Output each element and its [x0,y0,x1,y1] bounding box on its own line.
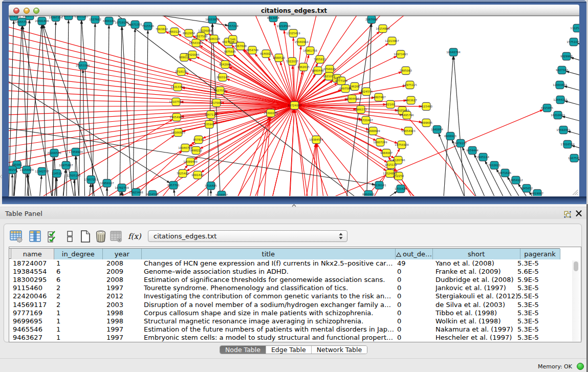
table-cell[interactable]: 5.6E-5 [517,268,539,276]
table-cell[interactable]: 5.9E-5 [517,276,539,284]
column-header-out_de[interactable]: out_de… [396,249,433,259]
table-cell[interactable]: Franke et al. (2009) [435,268,501,276]
tab-edge-table[interactable]: Edge Table [266,346,312,354]
table-cell[interactable]: Embryonic stem cells: a model to study s… [144,334,395,342]
table-cell[interactable]: 18300295 [13,276,47,284]
show-columns-icon[interactable] [29,230,42,243]
splitter-collapse-icon[interactable] [292,204,296,207]
table-cell[interactable]: Disruption of a novel member of a sodium… [144,301,395,309]
table-cell[interactable]: 1997 [106,334,123,342]
table-cell[interactable]: 5.3E-5 [517,317,539,325]
table-cell[interactable]: 5.3E-5 [517,259,539,268]
table-cell[interactable]: 2 [56,301,60,309]
table-cell[interactable]: 1997 [106,284,123,292]
table-cell[interactable]: 0 [397,284,401,292]
table-cell[interactable]: Dudbridge et al. (2008) [435,276,514,284]
table-cell[interactable]: 9777169 [13,309,42,317]
table-cell[interactable]: 2 [56,284,60,292]
resize-grip[interactable] [571,188,578,195]
citation-network-graph[interactable]: 2055475119055712182957702069140618397356… [9,16,579,196]
new-column-icon[interactable] [79,230,92,243]
table-cell[interactable]: Investigating the contribution of common… [144,292,395,300]
scrollbar-thumb[interactable] [574,261,578,271]
column-header-in_degree[interactable]: in_degree [54,249,103,259]
table-cell[interactable]: Wolkin et al. (1998) [435,317,500,325]
table-source-dropdown[interactable]: citations_edges.txt [148,230,347,242]
table-cell[interactable]: Hescheler et al. (1997) [435,334,512,342]
table-cell[interactable]: 5.5E-5 [517,292,539,300]
table-cell[interactable]: 1 [56,309,60,317]
table-cell[interactable]: 0 [397,292,401,300]
column-header-short[interactable]: short [433,249,520,259]
tab-node-table[interactable]: Node Table [220,346,266,354]
table-cell[interactable]: Jankovic et al. (1997) [435,284,506,292]
table-cell[interactable]: Estimation of significance thresholds fo… [144,276,385,284]
table-cell[interactable]: 1 [56,317,60,325]
float-panel-icon[interactable] [564,211,571,218]
delete-column-icon[interactable] [94,230,107,243]
table-cell[interactable]: 1998 [106,317,123,325]
table-cell[interactable]: 1 [56,325,60,334]
table-cell[interactable]: 5.3E-5 [517,334,539,342]
column-header-name[interactable]: name [11,249,54,259]
column-header-title[interactable]: title [142,249,396,259]
tab-network-table[interactable]: Network Table [312,346,367,354]
table-cell[interactable]: 1 [56,334,60,342]
table-cell[interactable]: Yano et al. (2008) [435,259,494,268]
table-cell[interactable]: 1998 [106,309,123,317]
network-canvas[interactable]: 2055475119055712182957702069140618397356… [9,16,579,196]
table-cell[interactable]: 19384554 [13,268,47,276]
memory-status-indicator[interactable] [577,363,584,370]
table-cell[interactable]: 2008 [106,276,123,284]
sidebar-collapse-icon[interactable] [0,174,3,179]
table-cell[interactable]: 9115460 [13,284,42,292]
table-cell[interactable]: de Silva et al. (2003) [435,301,505,309]
table-cell[interactable]: 0 [397,309,401,317]
close-panel-icon[interactable] [576,210,582,216]
table-cell[interactable]: 5.3E-5 [517,284,539,292]
table-mode-icon[interactable] [10,230,23,243]
table-cell[interactable]: 6 [56,268,60,276]
table-cell[interactable]: Stergiakouli et al. (2012) [435,292,518,300]
table-cell[interactable]: 9463627 [13,334,42,342]
table-cell[interactable]: 2008 [106,259,123,268]
table-cell[interactable]: 2003 [106,301,123,309]
table-cell[interactable]: 0 [397,268,401,276]
table-cell[interactable]: 0 [397,276,401,284]
table-cell[interactable]: 9699695 [13,317,42,325]
table-cell[interactable]: 49 [397,259,406,268]
select-all-icon[interactable] [47,230,60,243]
column-header-pagerank[interactable]: pagerank [520,249,560,259]
table-cell[interactable]: 14569117 [13,301,47,309]
column-header-year[interactable]: year [103,249,142,259]
delete-table-icon[interactable] [110,230,123,243]
table-cell[interactable]: 22420046 [13,292,47,300]
table-vertical-scrollbar[interactable] [572,260,580,341]
unselect-all-icon[interactable] [63,230,77,243]
table-cell[interactable]: 0 [397,317,401,325]
table-cell[interactable]: 5.3E-5 [517,325,539,334]
table-cell[interactable]: 2009 [106,268,123,276]
table-cell[interactable]: Estimation of the future numbers of pati… [144,325,395,334]
table-cell[interactable]: Changes of HCN gene expression and I(f) … [144,259,395,268]
table-cell[interactable]: 5.3E-5 [517,309,539,317]
table-cell[interactable]: 5.3E-5 [517,301,539,309]
table-cell[interactable]: 18724007 [13,259,47,268]
table-cell[interactable]: Corpus callosum shape and size in male p… [144,309,373,317]
table-cell[interactable]: 2012 [106,292,123,300]
table-cell[interactable]: 0 [397,325,401,334]
table-cell[interactable]: Structural magnetic resonance image aver… [144,317,363,325]
table-cell[interactable]: Genome–wide association studies in ADHD. [144,268,289,276]
table-cell[interactable]: 0 [397,301,401,309]
network-window-titlebar[interactable]: citations_edges.txt [9,5,579,16]
table-cell[interactable]: 6 [56,276,60,284]
table-cell[interactable]: 2 [56,292,60,300]
table-cell[interactable]: Nakamura et al. (1997) [435,325,513,334]
table-cell[interactable]: Tibbo et al. (1998) [435,309,497,317]
table-cell[interactable]: 1 [56,259,60,268]
function-builder-icon[interactable]: f(x) [128,230,143,243]
table-cell[interactable]: 9465546 [13,325,42,334]
table-cell[interactable]: Tourette syndrome. Phenomenology and cla… [144,284,348,292]
table-cell[interactable]: 1997 [106,325,123,334]
table-cell[interactable]: 0 [397,334,401,342]
